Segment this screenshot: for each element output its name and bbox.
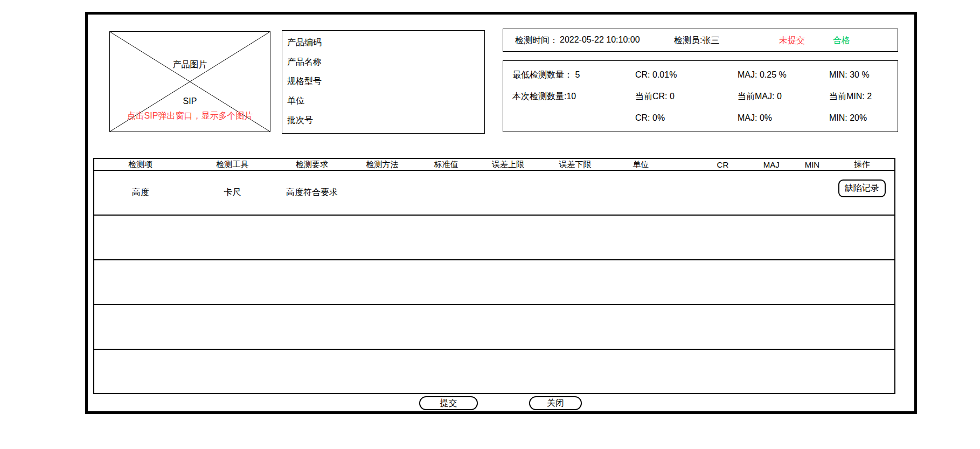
cell-item: 高度 bbox=[94, 187, 187, 198]
cr-rate: CR: 0% bbox=[635, 113, 738, 123]
submit-status-badge: 未提交 bbox=[779, 35, 805, 46]
table-row: 高度 卡尺 高度符合要求 缺陷记录 bbox=[94, 171, 894, 216]
sip-note: 点击SIP弹出窗口，显示多个图片 bbox=[100, 110, 280, 122]
current-inspect-qty: 本次检测数量:10 bbox=[503, 91, 635, 102]
header-maj: MAJ bbox=[748, 160, 795, 169]
table-row-empty bbox=[94, 260, 894, 305]
result-status-badge: 合格 bbox=[833, 35, 850, 46]
cell-tool: 卡尺 bbox=[187, 187, 279, 198]
header-standard: 标准值 bbox=[419, 160, 474, 170]
stats-row-rates: CR: 0% MAJ: 0% MIN: 20% bbox=[503, 107, 898, 129]
header-upper-limit: 误差上限 bbox=[474, 160, 543, 170]
current-min: 当前MIN: 2 bbox=[829, 91, 896, 102]
stats-row-current: 本次检测数量:10 当前CR: 0 当前MAJ: 0 当前MIN: 2 bbox=[503, 86, 898, 107]
header-lower-limit: 误差下限 bbox=[543, 160, 608, 170]
defect-record-button[interactable]: 缺陷记录 bbox=[838, 179, 886, 197]
field-batch-number: 批次号 bbox=[287, 115, 484, 134]
header-cr: CR bbox=[673, 160, 748, 169]
header-action: 操作 bbox=[829, 160, 894, 170]
table-row-empty bbox=[94, 305, 894, 350]
current-cr: 当前CR: 0 bbox=[635, 91, 738, 102]
maj-limit: MAJ: 0.25 % bbox=[738, 70, 829, 80]
cr-limit: CR: 0.01% bbox=[635, 70, 738, 80]
close-button[interactable]: 关闭 bbox=[529, 396, 582, 410]
table-row-empty bbox=[94, 350, 894, 393]
table-header-row: 检测项 检测工具 检测要求 检测方法 标准值 误差上限 误差下限 单位 CR M… bbox=[94, 159, 894, 171]
inspection-dialog: 产品图片 SIP 点击SIP弹出窗口，显示多个图片 产品编码 产品名称 规格型号… bbox=[85, 12, 917, 414]
header-requirement: 检测要求 bbox=[278, 160, 346, 170]
product-image-placeholder[interactable]: 产品图片 SIP 点击SIP弹出窗口，显示多个图片 bbox=[109, 31, 270, 132]
header-min: MIN bbox=[795, 160, 830, 169]
min-rate: MIN: 20% bbox=[829, 113, 896, 123]
min-limit: MIN: 30 % bbox=[829, 70, 896, 80]
inspection-time-value: 2022-05-22 10:10:00 bbox=[560, 35, 640, 45]
submit-button[interactable]: 提交 bbox=[419, 396, 478, 410]
inspection-stats-panel: 最低检测数量： 5 CR: 0.01% MAJ: 0.25 % MIN: 30 … bbox=[503, 60, 898, 132]
cell-requirement: 高度符合要求 bbox=[278, 187, 346, 198]
inspection-status-bar: 检测时间： 2022-05-22 10:10:00 检测员:张三 未提交 合格 bbox=[503, 29, 898, 52]
stats-row-limits: 最低检测数量： 5 CR: 0.01% MAJ: 0.25 % MIN: 30 … bbox=[503, 64, 898, 86]
field-unit: 单位 bbox=[287, 95, 484, 115]
inspection-time-label: 检测时间： bbox=[515, 35, 558, 46]
product-info-panel: 产品编码 产品名称 规格型号 单位 批次号 bbox=[282, 30, 485, 134]
header-method: 检测方法 bbox=[346, 160, 419, 170]
table-row-empty bbox=[94, 216, 894, 260]
header-tool: 检测工具 bbox=[187, 160, 279, 170]
current-maj: 当前MAJ: 0 bbox=[738, 91, 829, 102]
sip-label[interactable]: SIP bbox=[110, 96, 270, 106]
field-product-name: 产品名称 bbox=[287, 57, 484, 76]
header-item: 检测项 bbox=[94, 160, 187, 170]
min-inspect-qty: 最低检测数量： 5 bbox=[503, 70, 635, 81]
cell-action: 缺陷记录 bbox=[829, 184, 894, 202]
inspector-name: 检测员:张三 bbox=[674, 35, 719, 46]
header-unit: 单位 bbox=[608, 160, 673, 170]
field-product-code: 产品编码 bbox=[287, 37, 484, 57]
maj-rate: MAJ: 0% bbox=[738, 113, 829, 123]
product-image-label: 产品图片 bbox=[110, 59, 270, 71]
field-spec-model: 规格型号 bbox=[287, 76, 484, 95]
inspection-items-table: 检测项 检测工具 检测要求 检测方法 标准值 误差上限 误差下限 单位 CR M… bbox=[93, 158, 895, 394]
